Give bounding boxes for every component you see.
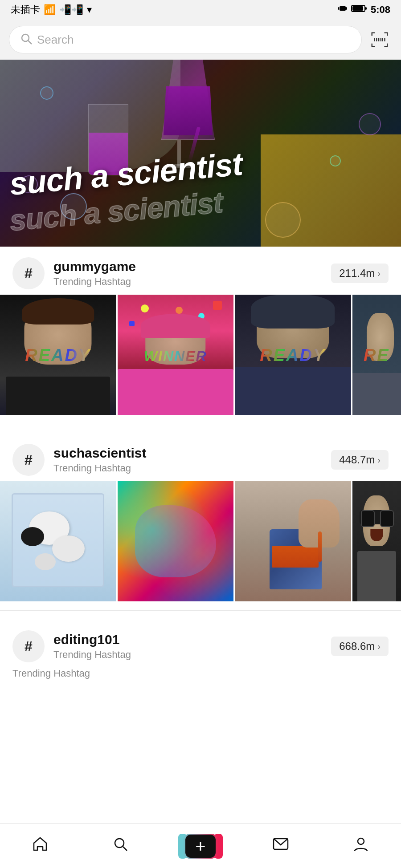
video-thumb-1[interactable]: READY	[0, 295, 116, 415]
hashtag-header-editing101[interactable]: # editing101 Trending Hashtag 668.6m ›	[0, 620, 401, 668]
svg-line-7	[28, 41, 32, 44]
nav-profile[interactable]	[321, 824, 401, 868]
nav-home[interactable]	[0, 824, 80, 868]
hashtag-section-suchascientist: # suchascientist Trending Hashtag 448.7m…	[0, 433, 401, 601]
hashtag-header-gummygame[interactable]: # gummygame Trending Hashtag 211.4m ›	[0, 247, 401, 295]
plus-label: +	[195, 837, 205, 855]
chevron-right-icon: ›	[377, 268, 381, 279]
location-icon: ▾	[87, 4, 92, 16]
time-display: 5:08	[371, 4, 390, 16]
ready-text-3: READY	[235, 345, 351, 365]
video-thumb-2[interactable]: WINNER	[118, 295, 234, 415]
hashtag-section-editing101: # editing101 Trending Hashtag 668.6m › T…	[0, 620, 401, 688]
hashtag-count-gummygame[interactable]: 211.4m ›	[331, 264, 389, 283]
search-input-wrapper[interactable]: Search	[9, 26, 362, 53]
hero-banner[interactable]: such a scientist such a scientist	[0, 60, 401, 247]
svg-point-17	[358, 838, 364, 844]
ready-text-2: WINNER	[118, 345, 234, 365]
video-grid-gummygame: READY WINNER	[0, 295, 401, 415]
hashtag-info-gummygame: gummygame Trending Hashtag	[53, 259, 322, 288]
nav-add[interactable]: +	[160, 824, 241, 868]
status-right: 5:08	[338, 4, 390, 16]
video-thumb-4[interactable]: RE	[352, 295, 401, 415]
count-value-editing101: 668.6m	[339, 640, 375, 653]
svg-rect-5	[365, 7, 367, 10]
video-grid-suchascientist	[0, 481, 401, 601]
hashtag-name-editing101: editing101	[53, 632, 322, 647]
sci-video-thumb-4[interactable]	[352, 481, 401, 601]
hashtag-section-gummygame: # gummygame Trending Hashtag 211.4m › R	[0, 247, 401, 415]
search-icon	[20, 32, 33, 47]
inbox-icon	[272, 835, 290, 857]
svg-rect-0	[340, 6, 346, 11]
editing-trending-label: Trending Hashtag	[12, 668, 389, 679]
svg-line-15	[123, 847, 127, 851]
hashtag-info-suchascientist: suchascientist Trending Hashtag	[53, 446, 322, 474]
search-bar-container: Search	[0, 20, 401, 60]
video-thumb-3[interactable]: READY	[235, 295, 351, 415]
ready-text-4: RE	[352, 345, 401, 365]
hashtag-icon-gummygame: #	[12, 257, 45, 289]
search-nav-icon	[111, 835, 129, 857]
svg-rect-1	[338, 7, 339, 10]
nav-inbox[interactable]	[241, 824, 321, 868]
status-bar: 未插卡 📶 📲📲 ▾ 5:08	[0, 0, 401, 20]
add-button[interactable]: +	[183, 834, 218, 859]
profile-icon	[352, 835, 370, 857]
sci-video-thumb-2[interactable]	[118, 481, 234, 601]
hashtag-name-gummygame: gummygame	[53, 259, 322, 274]
hashtag-name-suchascientist: suchascientist	[53, 446, 322, 461]
page-content: Search	[0, 20, 401, 737]
nav-search[interactable]	[80, 824, 160, 868]
count-value-gummygame: 211.4m	[339, 267, 375, 280]
chevron-right-icon-sci: ›	[377, 455, 381, 465]
vibrate-icon	[338, 4, 348, 16]
hashtag-count-suchascientist[interactable]: 448.7m ›	[331, 450, 389, 470]
editing-subtitle-partial: Trending Hashtag	[0, 668, 401, 688]
signal-icons: 📲📲	[59, 4, 83, 16]
scan-button[interactable]	[367, 27, 392, 52]
wifi-icon: 📶	[44, 4, 56, 16]
hashtag-icon-suchascientist: #	[12, 444, 45, 476]
hashtag-info-editing101: editing101 Trending Hashtag	[53, 632, 322, 661]
search-placeholder: Search	[37, 33, 74, 47]
hashtag-icon-editing101: #	[12, 630, 45, 662]
hashtag-count-editing101[interactable]: 668.6m ›	[331, 637, 389, 656]
ready-text-1: READY	[0, 345, 116, 365]
add-button-inner: +	[185, 835, 216, 858]
sci-video-thumb-3[interactable]	[235, 481, 351, 601]
status-left: 未插卡 📶 📲📲 ▾	[11, 3, 92, 16]
home-icon	[31, 835, 49, 857]
carrier-text: 未插卡	[11, 3, 40, 16]
svg-rect-4	[352, 6, 363, 11]
svg-point-6	[22, 34, 29, 41]
sci-video-thumb-1[interactable]	[0, 481, 116, 601]
hashtag-subtitle-suchascientist: Trending Hashtag	[53, 462, 322, 474]
svg-rect-2	[346, 7, 347, 10]
hashtag-header-suchascientist[interactable]: # suchascientist Trending Hashtag 448.7m…	[0, 433, 401, 481]
count-value-suchascientist: 448.7m	[339, 454, 375, 466]
hashtag-subtitle-gummygame: Trending Hashtag	[53, 276, 322, 288]
svg-point-14	[115, 839, 124, 848]
hashtag-subtitle-editing101: Trending Hashtag	[53, 649, 322, 661]
divider-2	[0, 610, 401, 611]
battery-icon	[351, 4, 367, 16]
divider-1	[0, 424, 401, 424]
bottom-nav: +	[0, 823, 401, 868]
chevron-right-icon-edit: ›	[377, 641, 381, 652]
